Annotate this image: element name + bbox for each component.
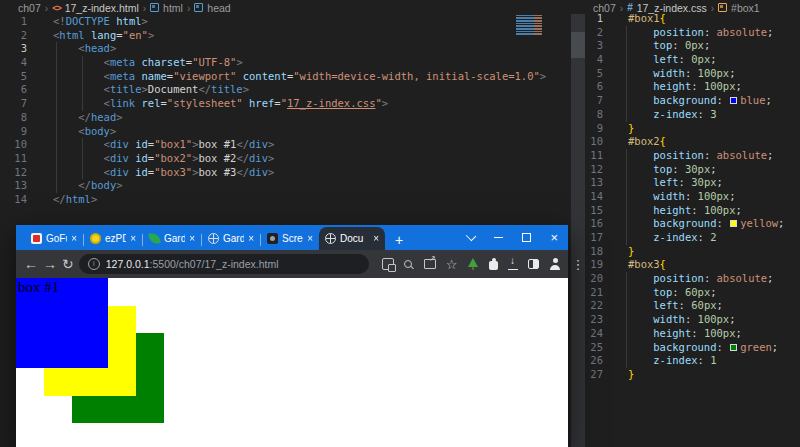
tab-close-icon[interactable]: ×	[189, 234, 195, 244]
indent-guide	[56, 179, 57, 193]
tab-close-icon[interactable]: ×	[373, 234, 379, 244]
indent-guide	[626, 327, 627, 341]
line-number: 9	[0, 125, 40, 139]
indent-guide	[626, 190, 627, 204]
menu-dots-icon[interactable]: ⋮	[571, 258, 584, 271]
color-swatch[interactable]	[730, 344, 737, 351]
indent-guide	[56, 166, 57, 180]
line-number: 21	[585, 286, 611, 300]
code-line: 5 <meta name="viewport" content="width=d…	[0, 70, 571, 84]
minimize-button[interactable]	[494, 237, 503, 239]
address-bar[interactable]: 127.0.0.1:5500/ch07/17_z-index.html	[79, 254, 369, 274]
editor-scrollbar[interactable]	[571, 14, 585, 447]
tab-label: GoFull	[46, 233, 67, 244]
close-window-button[interactable]: ×	[550, 231, 558, 244]
code-line: 17 z-index: 2	[585, 231, 800, 245]
window-controls: ×	[467, 225, 558, 250]
indent-guide	[82, 56, 83, 70]
line-number: 27	[585, 368, 611, 382]
line-number: 20	[585, 272, 611, 286]
code-line: 6 height: 100px;	[585, 80, 800, 94]
html-code-editor[interactable]: 1<!DOCTYPE html>2<html lang="en">3 <head…	[0, 15, 571, 207]
tab-label: ezPDF	[105, 233, 126, 244]
ezpdf-favicon-icon	[90, 233, 101, 244]
line-number: 1	[0, 15, 40, 29]
breadcrumb-folder[interactable]: ch07	[18, 2, 41, 14]
browser-window: GoFull×ezPDF×Garde×Garde×Screen×Docu× + …	[16, 225, 568, 447]
code-line: 9 <body>	[0, 125, 571, 139]
code-line: 25 background: green;	[585, 341, 800, 355]
share-icon[interactable]	[424, 259, 436, 269]
reload-button[interactable]: ↻	[62, 257, 74, 271]
page-box-1: box #1	[16, 278, 108, 368]
profile-avatar-icon[interactable]	[549, 258, 561, 270]
tab-close-icon[interactable]: ×	[130, 234, 136, 244]
translate-icon[interactable]	[382, 258, 394, 270]
tab-close-icon[interactable]: ×	[307, 234, 313, 244]
gofullpage-favicon-icon	[31, 233, 42, 244]
new-tab-button[interactable]: +	[395, 233, 403, 247]
indent-guide	[56, 83, 57, 97]
breadcrumb-symbol-head[interactable]: head	[207, 2, 230, 14]
breadcrumb-symbol-html[interactable]: html	[163, 2, 183, 14]
line-number: 4	[585, 53, 611, 67]
browser-tab-docu[interactable]: Docu×	[319, 227, 385, 250]
url-host: 127.0.0.1	[106, 258, 150, 270]
line-number: 22	[585, 299, 611, 313]
browser-tab-gofull[interactable]: GoFull×	[25, 227, 83, 250]
line-number: 17	[585, 231, 611, 245]
line-number: 2	[585, 26, 611, 40]
code-line: 24 height: 100px;	[585, 327, 800, 341]
tab-label: Garde	[223, 233, 244, 244]
bookmark-star-icon[interactable]: ☆	[446, 258, 458, 271]
camera-favicon-icon	[267, 233, 278, 244]
tab-search-chevron-icon[interactable]	[466, 231, 476, 241]
line-number: 10	[585, 135, 611, 149]
extensions-puzzle-icon[interactable]	[489, 261, 498, 270]
code-line: 16 background: yellow;	[585, 217, 800, 231]
maximize-button[interactable]	[522, 233, 531, 242]
code-line: 4 left: 0px;	[585, 53, 800, 67]
line-number: 24	[585, 327, 611, 341]
css-code-editor[interactable]: 1#box1{2 position: absolute;3 top: 0px;4…	[585, 12, 800, 382]
indent-guide	[56, 70, 57, 84]
browser-tab-garde[interactable]: Garde×	[143, 227, 201, 250]
code-line: 20 position: absolute;	[585, 272, 800, 286]
site-info-icon[interactable]	[88, 258, 100, 270]
browser-tab-ezpdf[interactable]: ezPDF×	[84, 227, 142, 250]
browser-tab-screen[interactable]: Screen×	[261, 227, 319, 250]
forward-button[interactable]: →	[43, 257, 57, 271]
chevron-right-icon	[45, 2, 48, 14]
line-number: 7	[585, 94, 611, 108]
indent-guide	[626, 286, 627, 300]
indent-guide	[56, 125, 57, 139]
indent-guide	[82, 83, 83, 97]
minimap[interactable]	[516, 15, 549, 35]
tree-extension-icon[interactable]	[467, 258, 479, 270]
zoom-icon[interactable]	[404, 260, 412, 268]
code-line: 2<html lang="en">	[0, 29, 571, 43]
code-line: 4 <meta charset="UTF-8">	[0, 56, 571, 70]
browser-tab-garde[interactable]: Garde×	[202, 227, 260, 250]
indent-guide	[626, 163, 627, 177]
tab-close-icon[interactable]: ×	[248, 234, 254, 244]
indent-guide	[626, 299, 627, 313]
tab-close-icon[interactable]: ×	[71, 234, 77, 244]
color-swatch[interactable]	[730, 220, 737, 227]
toolbar-icons: ☆ ⋮	[382, 258, 585, 271]
line-number: 15	[585, 204, 611, 218]
line-number: 12	[0, 166, 40, 180]
indent-guide	[626, 80, 627, 94]
side-panel-icon[interactable]	[528, 259, 539, 269]
indent-guide	[82, 97, 83, 111]
line-number: 14	[585, 190, 611, 204]
breadcrumb-file[interactable]: 17_z-index.html	[65, 2, 139, 14]
indent-guide	[82, 152, 83, 166]
back-button[interactable]: ←	[24, 257, 38, 271]
line-number: 12	[585, 163, 611, 177]
scrollbar-thumb[interactable]	[571, 32, 585, 58]
color-swatch[interactable]	[730, 97, 737, 104]
downloads-icon[interactable]	[508, 258, 518, 270]
symbol-element-icon	[150, 3, 159, 12]
code-line: 23 width: 100px;	[585, 313, 800, 327]
